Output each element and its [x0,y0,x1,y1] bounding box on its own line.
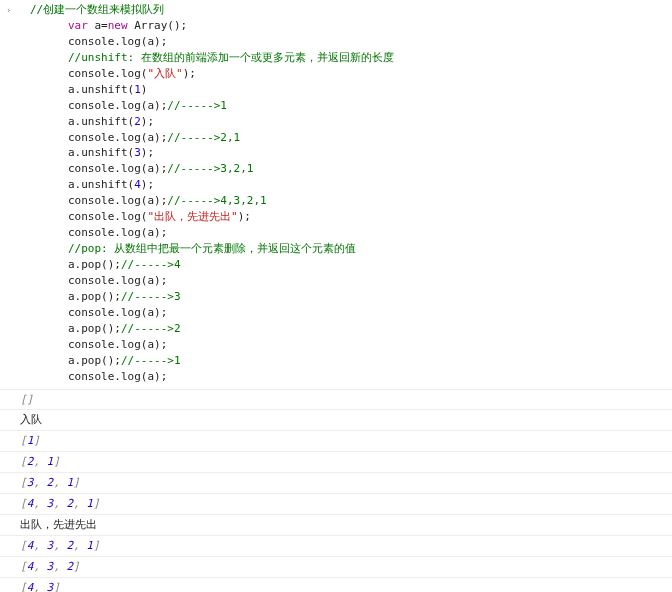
code-line: console.log(a);//----->1 [20,98,672,114]
code-line: a.pop();//----->4 [20,257,672,273]
code-line: var a=new Array(); [20,18,672,34]
code-line: //unshift: 在数组的前端添加一个或更多元素，并返回新的长度 [20,50,672,66]
code-line: console.log(a); [20,273,672,289]
output-line: [3, 2, 1] [0,473,672,494]
code-line: console.log(a); [20,337,672,353]
code-line: console.log(a);//----->3,2,1 [20,161,672,177]
code-line: a.unshift(4); [20,177,672,193]
code-line: a.unshift(1) [20,82,672,98]
code-line: console.log(a); [20,34,672,50]
code-line: console.log(a); [20,305,672,321]
code-line: console.log("入队"); [20,66,672,82]
code-line: console.log(a); [20,369,672,385]
code-line: //创建一个数组来模拟队列 [20,2,672,18]
output-line: [4, 3, 2, 1] [0,494,672,515]
output-line: [4, 3, 2, 1] [0,536,672,557]
output-line: [4, 3, 2] [0,557,672,578]
output-line: [2, 1] [0,452,672,473]
console-input-block[interactable]: › //创建一个数组来模拟队列 var a=new Array(); conso… [0,2,672,385]
output-line: 出队，先进先出 [0,515,672,536]
console-output-block: [] 入队 [1] [2, 1] [3, 2, 1] [4, 3, 2, 1] … [0,389,672,593]
chevron-right-icon: › [6,4,11,17]
code-line: //pop: 从数组中把最一个元素删除，并返回这个元素的值 [20,241,672,257]
output-line: [] [0,389,672,411]
code-line: a.pop();//----->3 [20,289,672,305]
output-line: [1] [0,431,672,452]
output-line: 入队 [0,410,672,431]
code-line: console.log("出队，先进先出"); [20,209,672,225]
code-line: a.unshift(3); [20,145,672,161]
code-line: console.log(a);//----->2,1 [20,130,672,146]
code-line: console.log(a); [20,225,672,241]
code-line: a.pop();//----->1 [20,353,672,369]
output-line: [4, 3] [0,578,672,592]
code-line: a.pop();//----->2 [20,321,672,337]
code-line: a.unshift(2); [20,114,672,130]
code-line: console.log(a);//----->4,3,2,1 [20,193,672,209]
